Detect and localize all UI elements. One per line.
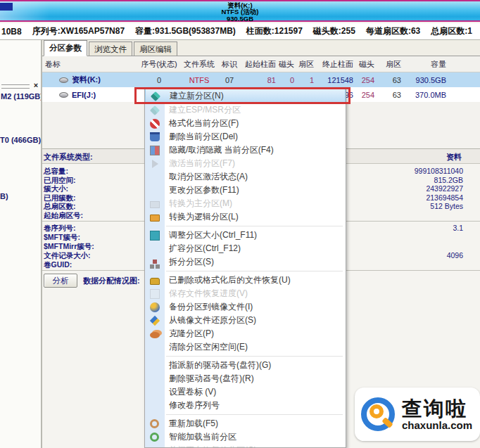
menu-item-hide[interactable]: 隐藏/取消隐藏 当前分区(F4) [145, 143, 346, 157]
app-window: 资料(K:) NTFS (活动) 930.5GB 10B8 序列号:XW165A… [0, 0, 480, 448]
col-sector: 扇区 [296, 59, 316, 70]
disk-cylinders: 柱面数:121597 [246, 25, 303, 37]
menu-item-assign-drive-letter[interactable]: 指派新的驱动器号(盘符)(G) [145, 359, 346, 372]
cell-end-head: 254 [355, 91, 377, 99]
menu-item-change-volume-serial[interactable]: 修改卷序列号 [145, 399, 346, 412]
disk-total-sectors: 总扇区数:1 [431, 25, 472, 37]
menu-separator [145, 354, 346, 359]
menu-item-deactivate[interactable]: 取消分区激活状态(A) [145, 170, 346, 184]
resize-icon [150, 231, 160, 241]
partition-context-menu: 建立新分区(N) 建立ESP/MSR分区 格式化当前分区(F) 删除当前分区(D… [144, 88, 346, 448]
col-head: 磁头 [278, 59, 296, 70]
col-start-cylinder: 起始柱面 [241, 59, 278, 70]
fs-detail-labels-group2: 卷序列号: $MFT簇号: $MFTMirr簇号: 文件记录大小: 卷GUID: [44, 224, 94, 269]
menu-item-reload[interactable]: 重新加载(F5) [145, 417, 346, 430]
col-end-cylinder: 终止柱面 [316, 59, 355, 70]
menu-item-delete[interactable]: 删除当前分区(Del) [145, 130, 346, 143]
disk-map-partition-bar[interactable]: 资料(K:) NTFS (活动) 930.5GB [0, 0, 480, 22]
new-partition-icon [151, 91, 160, 101]
menu-item-expand[interactable]: 扩容分区(Ctrl_F12) [145, 242, 346, 255]
menu-item-save-recovery-progress[interactable]: 保存文件恢复进度(V) [145, 287, 346, 300]
menu-item-clone[interactable]: 克隆分区(P) [145, 327, 346, 340]
sidebar-item-disk2[interactable]: T0 (466GB) [0, 136, 41, 144]
cell-head: 0 [278, 76, 296, 84]
menu-item-remove-drive-letter[interactable]: 删除驱动器号(盘符)(R) [145, 372, 346, 385]
menu-separator [145, 224, 346, 229]
partition-icon [59, 77, 68, 83]
convert-logical-icon [150, 215, 160, 222]
partition-table-header: 卷标 序号(状态) 文件系统 标识 起始柱面 磁头 扇区 终止柱面 磁头 扇区 … [42, 56, 480, 72]
partition-bar-size: 930.5GB [0, 15, 480, 22]
menu-item-new-partition[interactable]: 建立新分区(N) [145, 89, 346, 103]
smart-load-icon [150, 433, 159, 442]
col-id: 标识 [217, 59, 241, 70]
sidebar-item-disk1[interactable]: M2 (119GB) [1, 92, 43, 101]
col-capacity: 容量 [403, 59, 448, 70]
watermark-domain: chaxunla.com [402, 419, 472, 431]
tab-browse-files[interactable]: 浏览文件 [89, 41, 132, 56]
menu-item-backup-to-image[interactable]: 备份分区到镜像文件(I) [145, 300, 346, 314]
menu-item-esp-msr[interactable]: 建立ESP/MSR分区 [145, 103, 346, 117]
adjacent-partition-block [0, 3, 13, 11]
backup-icon [150, 302, 160, 312]
disk-heads: 磁头数:255 [313, 25, 355, 37]
format-icon [150, 119, 160, 129]
fs-type-label: 文件系统类型: [44, 152, 93, 162]
close-panel-icon[interactable]: × [32, 81, 40, 89]
trash-icon [150, 132, 160, 141]
cell-end-sector: 63 [377, 76, 403, 84]
cell-capacity: 930.5GB [403, 76, 448, 84]
tab-sector-edit[interactable]: 扇区编辑 [134, 41, 177, 56]
menu-separator [145, 269, 346, 274]
menu-item-resize[interactable]: 调整分区大小(Ctrl_F11) [145, 229, 346, 242]
analyze-button[interactable]: 分析 [44, 274, 77, 288]
disk-sectors-per-track: 每道扇区数:63 [366, 25, 420, 37]
menu-item-convert-logical[interactable]: 转换为逻辑分区(L) [145, 210, 346, 224]
panel-grip[interactable] [1, 84, 30, 89]
chaxunla-logo-icon [360, 393, 399, 435]
cell-capacity: 370.0MB [403, 91, 448, 99]
disk-info-bar: 10B8 序列号:XW165AP57N87 容量:931.5GB(953837M… [0, 23, 480, 40]
table-row-data-k[interactable]: 资料(K:) 0 NTFS 07 81 0 1 121548 254 63 93… [42, 72, 480, 87]
tab-partition-params[interactable]: 分区参数 [44, 40, 87, 56]
col-filesystem: 文件系统 [181, 59, 217, 70]
convert-primary-icon [150, 201, 160, 208]
disk-tree-sidebar: × M2 (119GB) T0 (466GB) B) [0, 40, 41, 448]
partition-icon [59, 92, 68, 98]
row-volume-label: EFI(J:) [72, 91, 96, 99]
esp-msr-icon [150, 105, 160, 115]
cell-end-sector: 63 [377, 91, 403, 99]
cell-id: 07 [217, 76, 241, 84]
menu-item-convert-primary[interactable]: 转换为主分区(M) [145, 197, 346, 210]
menu-separator [145, 412, 346, 417]
menu-item-set-volume-label[interactable]: 设置卷标 (V) [145, 385, 346, 399]
col-volume-label: 卷标 [42, 59, 137, 70]
restore-icon [150, 315, 160, 325]
menu-item-activate[interactable]: 激活当前分区(F7) [145, 157, 346, 170]
menu-item-restore-from-image[interactable]: 从镜像文件还原分区(S) [145, 314, 346, 327]
watermark-badge: 查询啦 chaxunla.com [355, 388, 480, 441]
file-recovery-icon [150, 278, 160, 285]
cell-fs: NTFS [181, 76, 217, 84]
clone-icon [150, 332, 160, 338]
cell-sector: 1 [296, 76, 316, 84]
disk-serial: 序列号:XW165AP57N87 [32, 25, 125, 37]
menu-item-close-recovering[interactable]: 关闭正在恢复的分区(C) [145, 444, 346, 448]
cell-end-head: 254 [355, 76, 377, 84]
menu-item-wipe-free-space[interactable]: 清除分区空闲空间(E) [145, 340, 346, 354]
alloc-map-label: 数据分配情况图: [83, 276, 140, 286]
menu-item-change-params[interactable]: 更改分区参数(F11) [145, 184, 346, 197]
activate-icon [152, 160, 158, 168]
row-volume-label: 资料(K:) [72, 75, 101, 85]
menu-item-smart-load[interactable]: 智能加载当前分区 [145, 430, 346, 444]
menu-item-split[interactable]: 拆分分区(S) [145, 255, 346, 269]
hide-partition-icon [150, 146, 160, 155]
sidebar-item-disk3[interactable]: B) [0, 192, 8, 200]
menu-item-format[interactable]: 格式化当前分区(F) [145, 117, 346, 130]
tab-bar: 分区参数 浏览文件 扇区编辑 [42, 40, 480, 56]
menu-item-file-recovery[interactable]: 已删除或格式化后的文件恢复(U) [145, 274, 346, 287]
disk-model-fragment: 10B8 [1, 27, 22, 37]
fs-detail-values-group1: 999108311040 815.2GB 243922927 213694854… [343, 167, 463, 211]
watermark-title: 查询啦 [402, 398, 472, 419]
col-index-status: 序号(状态) [137, 59, 181, 70]
